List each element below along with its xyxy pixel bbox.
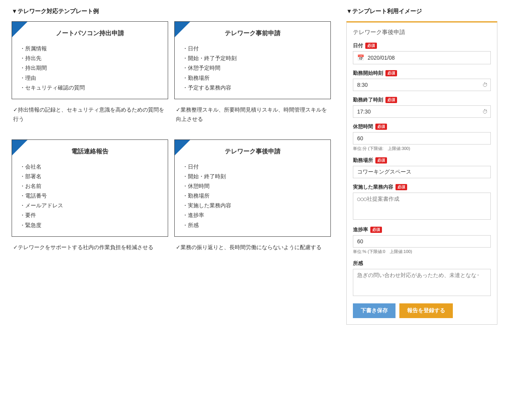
list-item: 進捗率	[182, 210, 324, 220]
required-badge: 必須	[396, 184, 407, 190]
list-item: 部署名	[20, 172, 162, 181]
left-section: ▼テレワーク対応テンプレート例 ノートパソコン持出申請 所属情報 持出先 持出期…	[12, 8, 331, 325]
break-input-wrap	[353, 132, 491, 145]
left-heading: ▼テレワーク対応テンプレート例	[12, 8, 331, 15]
list-item: セキュリティ確認の質問	[20, 83, 162, 93]
impression-label: 所感	[353, 260, 491, 267]
list-item: 勤務場所	[182, 73, 324, 83]
break-input[interactable]	[353, 132, 491, 145]
form-buttons: 下書き保存 報告を登録する	[353, 303, 491, 318]
submit-button[interactable]: 報告を登録する	[399, 303, 453, 318]
draft-button[interactable]: 下書き保存	[353, 303, 396, 318]
location-input[interactable]	[353, 166, 491, 178]
list-item: 持出期間	[20, 63, 162, 73]
list-item: 予定する業務内容	[182, 83, 324, 93]
template-grid-row2: 電話連絡報告 会社名 部署名 お名前 電話番号 メールアドレス 要件 緊急度	[12, 139, 331, 237]
list-item: 休憩時間	[182, 181, 324, 191]
card-list-phone: 会社名 部署名 お名前 電話番号 メールアドレス 要件 緊急度	[18, 162, 162, 230]
required-badge: 必須	[365, 43, 377, 49]
clock-icon: ⏱	[482, 108, 488, 115]
calendar-icon: 📅	[357, 54, 365, 61]
list-item: メールアドレス	[20, 201, 162, 210]
date-field: 日付 必須 📅 2020/01/08	[353, 42, 491, 64]
list-item: 電話番号	[20, 191, 162, 201]
clock-icon: ⏱	[482, 82, 488, 88]
required-badge: 必須	[375, 124, 387, 130]
start-time-input-wrap: ⏱	[353, 79, 491, 91]
impression-field: 所感	[353, 260, 491, 297]
list-item: 理由	[20, 73, 162, 83]
end-time-input[interactable]	[353, 105, 491, 118]
right-heading: ▼テンプレート利用イメージ	[346, 8, 497, 15]
desc-post-telework: ✓業務の振り返りと、長時間労働にならないように配慮する	[174, 243, 331, 252]
card-list-pre-telework: 日付 開始・終了予定時刻 休憩予定時間 勤務場所 予定する業務内容	[181, 44, 324, 93]
desc-laptop: ✓持出情報の記録と、セキュリティ意識を高めるための質問を行う	[12, 105, 168, 124]
date-label: 日付 必須	[353, 42, 491, 49]
list-item: 勤務場所	[182, 191, 324, 201]
required-badge: 必須	[375, 157, 387, 164]
progress-input-wrap	[353, 235, 491, 248]
impression-textarea[interactable]	[353, 269, 491, 296]
template-card-pre-telework: テレワーク事前申請 日付 開始・終了予定時刻 休憩予定時間 勤務場所 予定する業…	[174, 21, 331, 99]
break-label: 休憩時間 必須	[353, 123, 491, 130]
progress-label: 進捗率 必須	[353, 226, 491, 233]
card-list-post-telework: 日付 開始・終了時刻 休憩時間 勤務場所 実施した業務内容 進捗率 所感	[181, 162, 324, 230]
required-badge: 必須	[385, 97, 397, 103]
start-time-label: 勤務開始時刻 必須	[353, 70, 491, 77]
list-item: 開始・終了予定時刻	[182, 53, 324, 63]
list-item: 日付	[182, 44, 324, 53]
list-item: 日付	[182, 162, 324, 172]
desc-pre-telework: ✓業務整理スキル、所要時間見積りスキル、時間管理スキルを向上させる	[174, 105, 331, 124]
list-item: 所属情報	[20, 44, 162, 53]
right-section: ▼テンプレート利用イメージ テレワーク事後申請 日付 必須 📅 2020/01/…	[346, 8, 497, 325]
list-item: 緊急度	[20, 220, 162, 230]
card-corner-icon	[12, 140, 28, 155]
location-field: 勤務場所 必須	[353, 157, 491, 178]
card-title-laptop: ノートパソコン持出申請	[18, 28, 162, 38]
list-item: 開始・終了時刻	[182, 172, 324, 181]
end-time-input-wrap: ⏱	[353, 105, 491, 118]
list-item: 要件	[20, 210, 162, 220]
list-item: 会社名	[20, 162, 162, 172]
list-item: 持出先	[20, 53, 162, 63]
required-badge: 必須	[385, 70, 397, 76]
end-time-field: 勤務終了時刻 必須 ⏱	[353, 96, 491, 118]
card-list-laptop: 所属情報 持出先 持出期間 理由 セキュリティ確認の質問	[18, 44, 162, 93]
start-time-field: 勤務開始時刻 必須 ⏱	[353, 70, 491, 91]
work-content-field: 実施した業務内容 必須	[353, 184, 491, 221]
list-item: 実施した業務内容	[182, 201, 324, 210]
progress-input[interactable]	[353, 235, 491, 248]
list-item: 所感	[182, 220, 324, 230]
card-title-pre-telework: テレワーク事前申請	[181, 28, 324, 38]
card-title-post-telework: テレワーク事後申請	[181, 146, 324, 156]
form-panel: テレワーク事後申請 日付 必須 📅 2020/01/08 勤務開始時刻 必須	[346, 21, 497, 325]
progress-hint: 単位:% (下限値:0 上限値:100)	[353, 249, 491, 255]
location-label: 勤務場所 必須	[353, 157, 491, 164]
break-field: 休憩時間 必須 単位:分 (下限値: 上限値:300)	[353, 123, 491, 151]
template-card-laptop: ノートパソコン持出申請 所属情報 持出先 持出期間 理由 セキュリティ確認の質問	[12, 21, 168, 99]
work-content-label: 実施した業務内容 必須	[353, 184, 491, 191]
card-title-phone: 電話連絡報告	[18, 146, 162, 156]
form-title: テレワーク事後申請	[353, 29, 491, 36]
progress-field: 進捗率 必須 単位:% (下限値:0 上限値:100)	[353, 226, 491, 255]
date-input-wrap[interactable]: 📅 2020/01/08	[353, 51, 491, 64]
template-grid: ノートパソコン持出申請 所属情報 持出先 持出期間 理由 セキュリティ確認の質問…	[12, 21, 331, 99]
card-corner-icon	[175, 140, 190, 155]
list-item: お名前	[20, 181, 162, 191]
break-hint: 単位:分 (下限値: 上限値:300)	[353, 146, 491, 151]
work-content-textarea[interactable]	[353, 193, 491, 220]
required-badge: 必須	[370, 227, 382, 233]
template-card-post-telework: テレワーク事後申請 日付 開始・終了時刻 休憩時間 勤務場所 実施した業務内容 …	[174, 139, 331, 237]
desc-phone: ✓テレワークをサポートする社内の作業負担を軽減させる	[12, 243, 168, 252]
location-input-wrap	[353, 166, 491, 178]
date-value: 2020/01/08	[368, 55, 395, 61]
template-card-phone: 電話連絡報告 会社名 部署名 お名前 電話番号 メールアドレス 要件 緊急度	[12, 139, 168, 237]
start-time-input[interactable]	[353, 79, 491, 91]
card-corner-icon	[175, 22, 190, 37]
list-item: 休憩予定時間	[182, 63, 324, 73]
end-time-label: 勤務終了時刻 必須	[353, 96, 491, 103]
card-corner-icon	[12, 22, 28, 37]
